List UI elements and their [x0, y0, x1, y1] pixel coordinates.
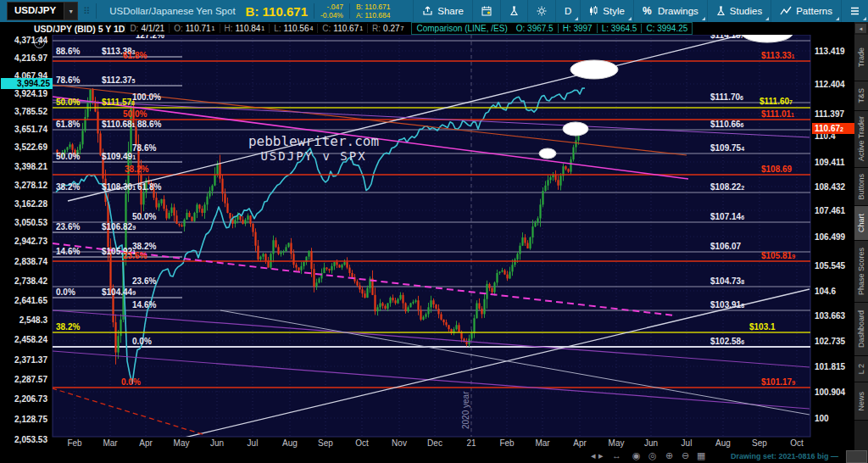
toolbar-button-style[interactable]: Style — [580, 0, 633, 22]
fib-label: $108.222 — [710, 183, 744, 192]
toolbar-button-share[interactable]: Share — [413, 0, 472, 22]
fib-label: $106.829 — [102, 223, 136, 232]
fib-label: $106.07 — [710, 243, 741, 251]
nav-next-icon[interactable]: ▸ — [598, 450, 604, 461]
symbol-link-icon[interactable]: ⠿ — [83, 6, 90, 17]
symbol-dropdown[interactable]: USD/JPY ▼ — [7, 2, 78, 20]
time-axis-label: Apr — [573, 438, 587, 448]
toolbar-button-d[interactable]: D — [555, 0, 580, 22]
time-axis-label: Jun — [210, 438, 224, 448]
divider — [349, 3, 350, 19]
toolbar-button-drawings[interactable]: %Drawings — [633, 0, 707, 22]
change-percent: -0.04% — [320, 11, 343, 20]
fib-label: 61.8% — [56, 120, 80, 129]
time-axis-label: May — [174, 438, 190, 448]
nav-pan-icon[interactable]: ↔ — [612, 450, 621, 461]
tab-dashboard[interactable]: Dashboard — [854, 303, 868, 356]
toolbar-button-patterns[interactable]: Patterns — [771, 0, 841, 22]
tab-l-2[interactable]: L 2 — [854, 356, 868, 382]
flask-icon — [509, 6, 519, 16]
flask-icon — [716, 6, 726, 16]
fib-label: 0.0% — [121, 378, 141, 387]
fib-label: $107.146 — [710, 213, 744, 222]
left-axis-tick: 3,522.69 — [0, 142, 47, 152]
zoom-out-icon[interactable]: ⊖ — [682, 450, 689, 461]
toolbar-button-flask-icon[interactable] — [500, 0, 527, 22]
corner-widget[interactable] — [846, 450, 867, 463]
fib-label: 0.0% — [132, 337, 152, 346]
left-axis-tick: 2,458.24 — [0, 335, 47, 344]
tab-phase-scores[interactable]: Phase Scores — [854, 241, 868, 303]
time-axis-label: Nov — [392, 438, 407, 448]
ohlc-field: C:110.671 — [317, 24, 367, 33]
pattern-icon — [780, 6, 792, 16]
toolbar-button-calendar-icon[interactable] — [472, 0, 500, 22]
time-axis-label: Apr — [139, 438, 153, 448]
toolbar-buttons: ShareDStyle%DrawingsStudiesPatterns — [413, 0, 868, 22]
svg-text:%: % — [643, 6, 652, 16]
fib-label: 61.8% — [123, 52, 147, 60]
change-stack: -.047 -0.04% — [320, 3, 343, 20]
left-axis-tick: 2,548.3 — [0, 315, 47, 325]
percent-icon: % — [643, 6, 654, 16]
symbol-label: USD/JPY — [8, 3, 64, 20]
tab-t-s[interactable]: T&S — [854, 81, 868, 111]
divider — [96, 3, 97, 19]
comparison-field: O: 3967.5 — [512, 24, 558, 33]
left-axis-tick: 2,287.57 — [0, 375, 47, 384]
comparison-box: Comparison (LINE, /ES) O: 3967.5H: 3997L… — [411, 22, 693, 35]
right-axis-tick: 109.411 — [815, 158, 845, 167]
tab-trade[interactable]: Trade — [854, 35, 868, 81]
fib-label: $108.301 — [102, 183, 136, 192]
nav-grid-icon[interactable]: ▦ — [697, 450, 705, 461]
usdjpy-last-price: 110.67 — [815, 124, 840, 133]
toolbar-button-gear-icon[interactable] — [527, 0, 555, 22]
fib-label: 38.2% — [56, 183, 80, 192]
fib-label: 100.0% — [132, 93, 161, 102]
fib-label: 50.0% — [56, 153, 80, 161]
toolbar-button-list-icon[interactable] — [841, 0, 868, 22]
zoom-in-icon[interactable]: ⊕ — [665, 450, 673, 461]
calendar-icon — [481, 6, 492, 16]
left-axis-tick: 2,641.65 — [0, 296, 47, 305]
fib-label: 50.0% — [132, 213, 156, 221]
tab-buttons[interactable]: Buttons — [854, 168, 868, 206]
small-bid: B: 110.671 — [356, 3, 391, 11]
sidebar-collapse-button[interactable]: ◂ — [855, 24, 866, 33]
toolbar-button-patterns-label: Patterns — [796, 6, 832, 16]
nav-prev-icon[interactable]: ◂ — [591, 450, 596, 461]
chevron-down-icon[interactable]: ▼ — [64, 3, 77, 20]
comparison-field: L: 3964.5 — [597, 24, 642, 33]
time-axis-label: Oct — [355, 438, 369, 448]
time-axis-label: 21 — [466, 438, 476, 448]
nav-full-icon[interactable]: ◉ — [632, 450, 641, 461]
fib-label: $111.578 — [102, 98, 135, 108]
usdjpy-last-price-badge: 110.672 — [812, 123, 854, 134]
tab-chart[interactable]: Chart — [854, 206, 868, 241]
fib-label: $109.754 — [710, 144, 744, 153]
right-axis-tick: 105.545 — [815, 261, 845, 271]
tab-active-trader[interactable]: Active Trader — [854, 111, 868, 168]
left-axis-tick: 4,371.44 — [0, 36, 47, 45]
gear-icon — [537, 6, 547, 16]
chart-header: USD/JPY (BID) 5 Y 1D D:4/1/21O:110.711H:… — [0, 22, 854, 35]
fib-label: $111.706 — [710, 93, 743, 103]
symbol-description: USDollar/Japanese Yen Spot — [109, 6, 235, 16]
right-axis-tick: 101.815 — [815, 362, 845, 371]
left-axis-tick: 3,050.53 — [0, 218, 47, 227]
fib-label: 88.6% — [137, 120, 161, 129]
watermark-site: pebblewriter.com — [220, 133, 407, 149]
right-axis-tick: 113.419 — [815, 47, 845, 56]
right-axis-tick: 112.404 — [815, 80, 845, 89]
fib-label: 23.6% — [123, 252, 147, 260]
top-toolbar: USD/JPY ▼ ⠿ USDollar/Japanese Yen Spot B… — [0, 0, 868, 22]
right-axis-tick: 106.499 — [815, 232, 845, 242]
tab-news[interactable]: News — [854, 382, 868, 421]
toolbar-button-studies[interactable]: Studies — [707, 0, 771, 22]
left-axis-tick: 2,206.73 — [0, 394, 47, 404]
fib-label: $111.607 — [760, 98, 793, 107]
nav-target-icon[interactable]: ◎ — [648, 450, 657, 461]
time-axis-label: Dec — [427, 438, 442, 448]
sidebar-tabs: TradeT&SActive TraderButtonsChartPhase S… — [854, 35, 868, 421]
fib-label: 88.6% — [56, 47, 80, 56]
